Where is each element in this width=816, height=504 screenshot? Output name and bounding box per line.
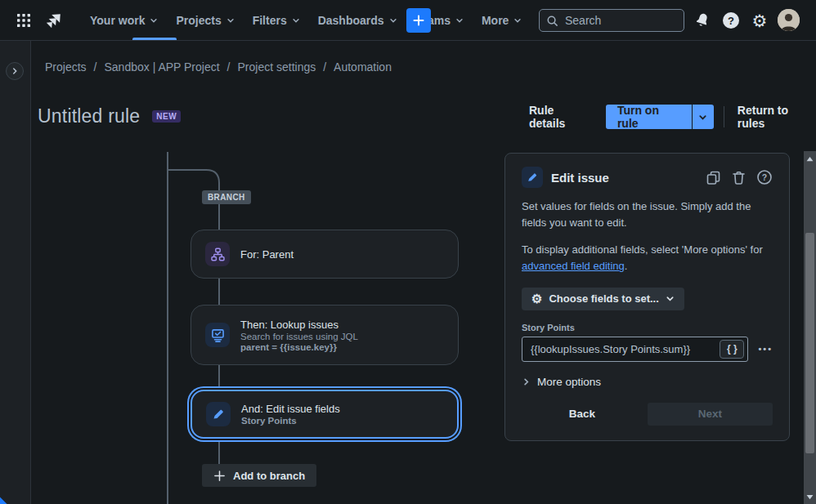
- nav-item-projects[interactable]: Projects: [168, 9, 242, 32]
- flow-node-lookup-issues[interactable]: Then: Lookup issues Search for issues us…: [191, 305, 459, 365]
- panel-description-1: Set values for fields on the issue. Simp…: [522, 198, 773, 231]
- pencil-icon: [206, 402, 231, 426]
- chevron-right-icon: [522, 377, 531, 386]
- smart-values-braces-button[interactable]: { }: [720, 340, 744, 359]
- create-button[interactable]: [406, 8, 431, 33]
- flow-node-edit-issue-fields[interactable]: And: Edit issue fields Story Points: [191, 390, 459, 439]
- description-text: To display additional fields, select 'Mo…: [522, 243, 763, 256]
- delete-trash-icon[interactable]: [731, 170, 747, 185]
- active-tab-underline: [132, 38, 177, 40]
- panel-header: Edit issue ?: [522, 167, 773, 188]
- panel-footer: Back Next: [522, 403, 773, 426]
- plus-icon: [213, 470, 226, 482]
- help-circle-icon[interactable]: ?: [756, 169, 773, 185]
- help-icon[interactable]: ?: [721, 11, 741, 30]
- field-more-actions-button[interactable]: •••: [758, 344, 773, 354]
- story-points-field-label: Story Points: [522, 323, 773, 332]
- nav-item-your-work[interactable]: Your work: [82, 9, 166, 32]
- nav-item-label: Projects: [176, 14, 221, 27]
- nav-item-label: Dashboards: [318, 14, 384, 27]
- panel-description-2: To display additional fields, select 'Mo…: [522, 242, 773, 274]
- search-box[interactable]: [539, 9, 684, 32]
- nav-item-dashboards[interactable]: Dashboards: [310, 9, 406, 32]
- branch-label-chip: BRANCH: [202, 190, 251, 204]
- settings-gear-icon[interactable]: ⚙: [750, 11, 769, 30]
- scrollbar-thumb[interactable]: [805, 233, 814, 453]
- more-options-label: More options: [537, 376, 601, 388]
- flow-node-for-parent[interactable]: For: Parent: [191, 230, 459, 279]
- add-to-branch-button[interactable]: Add to branch: [202, 464, 316, 487]
- scroll-down-arrow[interactable]: [804, 491, 816, 502]
- vertical-scrollbar[interactable]: [804, 151, 816, 504]
- search-input[interactable]: [563, 13, 677, 28]
- chevron-down-icon: [666, 294, 675, 303]
- nav-item-more[interactable]: More: [473, 9, 530, 32]
- chevron-down-icon: [513, 16, 522, 25]
- pencil-icon: [522, 167, 543, 188]
- chevron-down-icon: [292, 16, 300, 25]
- story-points-field-row: {{lookupIssues.Story Points.sum}} { } ••…: [522, 337, 773, 362]
- story-points-input[interactable]: {{lookupIssues.Story Points.sum}} { }: [522, 337, 748, 362]
- svg-text:?: ?: [762, 172, 767, 182]
- search-icon: [546, 15, 558, 27]
- gear-glyph: ⚙: [752, 12, 768, 29]
- node-jql-detail: parent = {{issue.key}}: [240, 342, 358, 352]
- hierarchy-icon: [205, 242, 230, 266]
- lookup-icon: [205, 323, 230, 347]
- choose-fields-label: Choose fields to set...: [549, 292, 658, 305]
- description-text: .: [625, 260, 628, 272]
- duplicate-icon[interactable]: [706, 170, 721, 185]
- advanced-field-editing-link[interactable]: advanced field editing: [522, 260, 625, 272]
- node-title: And: Edit issue fields: [241, 403, 340, 415]
- more-options-expander[interactable]: More options: [522, 376, 773, 388]
- node-title: For: Parent: [240, 248, 294, 261]
- add-to-branch-label: Add to branch: [233, 470, 305, 482]
- next-button-disabled[interactable]: Next: [648, 403, 773, 426]
- chevron-down-icon: [455, 16, 464, 25]
- edit-issue-config-panel: Edit issue ?: [504, 153, 790, 441]
- panel-title: Edit issue: [551, 171, 706, 185]
- notifications-bell-icon[interactable]: [693, 11, 712, 30]
- scroll-up-arrow[interactable]: [804, 153, 816, 164]
- user-avatar[interactable]: [778, 9, 800, 31]
- back-button[interactable]: Back: [569, 408, 595, 420]
- nav-item-filters[interactable]: Filters: [244, 9, 308, 32]
- node-subtitle: Story Points: [241, 416, 340, 426]
- nav-item-label: Filters: [253, 14, 287, 27]
- gear-icon: ⚙: [531, 292, 542, 305]
- story-points-value: {{lookupIssues.Story Points.sum}}: [531, 343, 690, 355]
- primary-nav-items: Your work Projects Filters Dashboards Te…: [82, 9, 530, 32]
- question-mark-glyph: ?: [723, 12, 739, 29]
- nav-item-label: Your work: [90, 14, 145, 27]
- choose-fields-dropdown-button[interactable]: ⚙ Choose fields to set...: [522, 288, 684, 310]
- app-switcher-icon[interactable]: [13, 10, 34, 31]
- node-title: Then: Lookup issues: [240, 319, 358, 331]
- chevron-down-icon: [150, 16, 158, 25]
- panel-header-icons: ?: [706, 169, 773, 185]
- chevron-down-icon: [389, 16, 397, 25]
- node-subtitle: Search for issues using JQL: [240, 332, 358, 341]
- nav-item-label: More: [482, 14, 509, 27]
- top-navigation-bar: Your work Projects Filters Dashboards Te…: [0, 0, 816, 41]
- chevron-down-icon: [226, 16, 235, 25]
- jira-logo-icon[interactable]: [44, 11, 64, 30]
